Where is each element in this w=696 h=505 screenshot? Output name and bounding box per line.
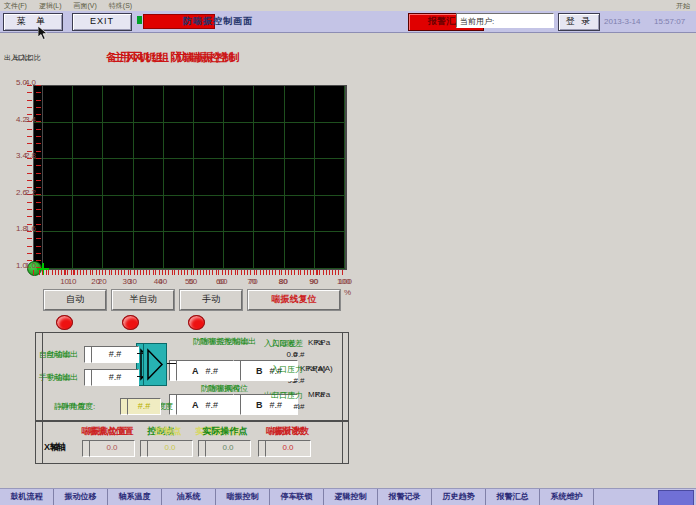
x-tick: 70 [238,277,268,286]
x-tick: 100 [329,277,359,286]
x-tick: 40 [148,277,178,286]
x-axis-label: X轴 [51,441,66,454]
inlet-pressure-label: 入口压力 [271,364,303,375]
nav-item-process[interactable]: 鼓机流程 [0,489,54,505]
chart-title: 备用风机组-防喘振控制 [0,50,348,65]
nav-item-oil-system[interactable]: 油系统 [162,489,216,505]
x-axis-data-box: X轴 喘振点位置 控制点 实际操作点 喘振计数 0.0 0.0 0.0 0.0 [42,420,349,464]
y-tick: 1.6 [9,224,36,234]
x-axis-percent-unit: % [344,288,351,297]
antisurge-output-a: A #.# [176,360,234,381]
semi-auto-mode-lamp [122,315,139,330]
menu-screen[interactable]: 画面(V) [74,1,97,11]
surge-point-value: 0.0 [89,440,135,457]
y-axis-title: 出入口比 [13,53,41,63]
nav-item-vibration[interactable]: 振动位移 [54,489,108,505]
toolbar: 菜 单 EXIT 防喘振控制画面 报警汇总 当前用户: 登 录 2013-3-1… [0,11,696,33]
a-label: A [192,400,199,410]
nav-item-system-maintain[interactable]: 系统维护 [540,489,594,505]
control-output-box: 自动输出 #.# 手动输出 #.# 防喘振控制输出 A #.# B #.# 防喘… [42,332,349,422]
auto-mode-button[interactable]: 自动 [44,290,106,310]
exit-button[interactable]: EXIT [72,13,132,31]
inlet-pressure-value: #.# [279,376,319,385]
x-axis-tickmarks [42,270,344,275]
surge-count-value: 0.0 [265,440,311,457]
menu-special[interactable]: 特殊(S) [109,1,132,11]
x-tick: 20 [87,277,117,286]
time-display: 15:57:07 [654,17,685,26]
vane-angle-label: 静叶角度: [61,401,95,412]
menu-button[interactable]: 菜 单 [3,13,63,31]
surge-count-header: 喘振计数 [261,425,321,438]
surge-trend-plot [42,85,346,270]
nav-item-history-trend[interactable]: 历史趋势 [432,489,486,505]
y-axis-tick-labels: 4.0 3.4 2.8 2.2 1.6 1.0 [9,78,36,271]
x-tick: 50 [178,277,208,286]
x-tick: 90 [299,277,329,286]
operating-point-value: 0.0 [205,440,251,457]
manual-mode-lamp [188,315,205,330]
y-tick: 4.0 [9,78,36,88]
menu-start[interactable]: 开始 [676,1,690,11]
y-tick: 3.4 [9,115,36,125]
antisurge-output-a-value: #.# [205,366,218,376]
inlet-throat-dp-label: 入口喉差 [271,338,303,349]
x-tick: 10 [57,277,87,286]
auto-mode-lamp [56,315,73,330]
manual-mode-button[interactable]: 手动 [180,290,242,310]
y-tick: 2.8 [9,151,36,161]
y-tick: 1.0 [9,261,36,271]
surge-point-header: 喘振点位置 [81,425,141,438]
outlet-pressure-unit: KPa [315,390,330,399]
auto-output-value: #.# [91,346,139,363]
nav-item-alarm-summary[interactable]: 报警汇总 [486,489,540,505]
y-axis-tickmarks [36,85,41,268]
auto-output-label: 自动输出 [46,349,78,360]
nav-item-shutdown-interlock[interactable]: 停车联锁 [270,489,324,505]
b-label: B [256,400,263,410]
b-label: B [256,366,263,376]
login-button[interactable]: 登 录 [558,13,600,31]
manual-output-value: #.# [91,369,139,386]
hmi-screen: 文件(F) 逻辑(L) 画面(V) 特殊(S) 开始 菜 单 EXIT 防喘振控… [0,0,696,505]
antisurge-valve-header: 防喘振阀位 [173,383,283,394]
x-tick: 80 [268,277,298,286]
fan-unit-panel: 备用风机组-防喘振控制 出入口比 4.0 3.4 2.8 2.2 1.6 1.0… [0,32,348,488]
inlet-throat-dp-unit: KPa [315,338,330,347]
outlet-pressure-label: 出口压力 [271,390,303,401]
menu-file[interactable]: 文件(F) [4,1,27,11]
x-axis-tick-labels: 10 20 30 40 50 60 70 80 90 100 [57,277,359,286]
inlet-throat-dp-value: #.# [279,350,319,359]
outlet-pressure-value: #.# [279,402,319,411]
a-label: A [192,366,199,376]
bottom-nav: 鼓机流程 振动位移 轴系温度 油系统 喘振控制 停车联锁 逻辑控制 报警记录 历… [0,488,696,505]
nav-item-logic-control[interactable]: 逻辑控制 [324,489,378,505]
x-tick: 30 [117,277,147,286]
semi-auto-mode-button[interactable]: 半自动 [112,290,174,310]
date-display: 2013-3-14 [604,17,640,26]
selector-switch-icon [143,343,167,386]
control-point-value: 0.0 [147,440,193,457]
nav-blue-block [658,490,694,505]
nav-item-surge-control[interactable]: 喘振控制 [216,489,270,505]
menu-logic[interactable]: 逻辑(L) [39,1,62,11]
app-menu-bar: 文件(F) 逻辑(L) 画面(V) 特殊(S) 开始 [0,0,696,11]
current-user-field[interactable]: 当前用户: [456,13,554,28]
vane-angle-value: #.# [127,398,161,415]
antisurge-valve-a-value: #.# [205,400,218,410]
control-point-header: 控制点 [143,425,193,438]
y-tick: 2.2 [9,188,36,198]
mouse-cursor-icon [38,26,50,41]
nav-item-alarm-record[interactable]: 报警记录 [378,489,432,505]
degree-unit-label: 度 [165,401,173,412]
inlet-pressure-unit: KPa(A) [307,364,333,373]
surge-line-reset-button[interactable]: 喘振线复位 [248,290,340,310]
x-tick: 60 [208,277,238,286]
alarm-indicator-chip [137,16,142,24]
nav-item-shaft-temp[interactable]: 轴系温度 [108,489,162,505]
operating-point-header: 实际操作点 [195,425,255,438]
antisurge-valve-a: A #.# [176,394,234,415]
page-title: 防喘振控制画面 [183,15,253,28]
manual-output-label: 手动输出 [46,372,78,383]
